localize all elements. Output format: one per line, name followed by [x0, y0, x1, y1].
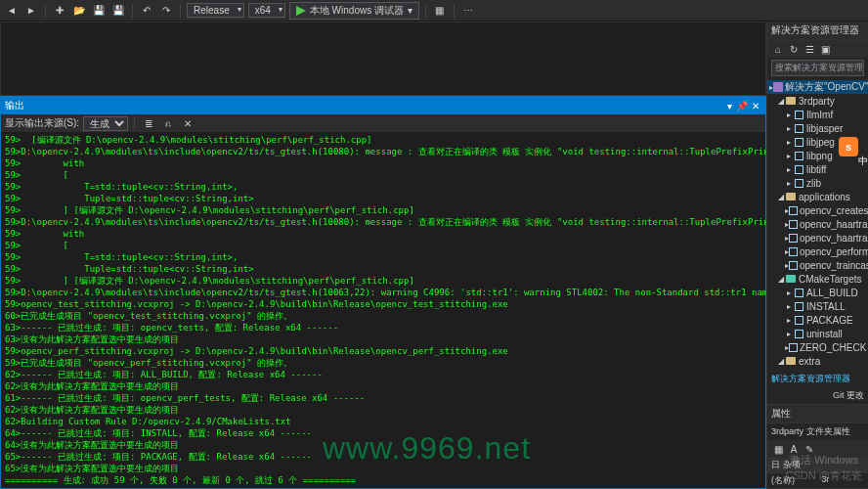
tree-item[interactable]: ▸opencv_traincascad: [767, 258, 868, 272]
sync-icon[interactable]: ↻: [787, 42, 801, 56]
output-tool-2[interactable]: ⎌: [160, 115, 176, 131]
tree-item[interactable]: ▸解决方案"OpenCV"(65 个: [767, 80, 868, 94]
tree-item[interactable]: ▸libjasper: [767, 121, 868, 135]
nav-fwd-icon[interactable]: ►: [23, 3, 39, 19]
tree-item[interactable]: ▸opencv_haartraining: [767, 217, 868, 231]
watermark-url: www.9969.net: [323, 430, 531, 467]
tree-item[interactable]: ▸ALL_BUILD: [767, 286, 868, 299]
prop-cat-icon[interactable]: ▦: [771, 442, 785, 456]
undo-icon[interactable]: ↶: [139, 3, 154, 19]
properties-title: 属性: [767, 405, 868, 423]
properties-object: 3rdparty 文件夹属性: [767, 423, 868, 440]
watermark-csdn: CSDN @青花瓷: [786, 468, 862, 483]
save-all-icon[interactable]: 💾: [110, 3, 126, 19]
tree-item[interactable]: ◢CMakeTargets: [767, 272, 868, 286]
pin-icon[interactable]: 📌: [736, 101, 748, 111]
new-icon[interactable]: ✚: [52, 3, 67, 19]
tree-item[interactable]: ▸opencv_haartraining: [767, 231, 868, 244]
tree-item[interactable]: ▸IlmImf: [767, 108, 868, 121]
tool-icon[interactable]: ☰: [803, 42, 816, 56]
tree-item[interactable]: ◢3rdparty: [767, 94, 868, 108]
output-source-select[interactable]: 生成: [83, 116, 128, 131]
ime-badge[interactable]: s: [839, 137, 858, 156]
output-source-label: 显示输出来源(S):: [5, 116, 79, 130]
solution-explorer-tools: ⌂ ↻ ☰ ▣: [767, 40, 868, 58]
nav-back-icon[interactable]: ◄: [4, 3, 20, 19]
open-icon[interactable]: 📂: [71, 3, 87, 19]
svg-rect-0: [773, 82, 783, 92]
tree-item[interactable]: ▸uninstall: [767, 327, 868, 340]
home-icon[interactable]: ⌂: [771, 42, 785, 56]
solution-tree[interactable]: ▸解决方案"OpenCV"(65 个◢3rdparty▸IlmImf▸libja…: [767, 78, 868, 371]
ime-badge-txt: 中: [858, 155, 868, 168]
editor-area: [0, 22, 766, 96]
tree-item[interactable]: ▸zlib: [767, 176, 868, 190]
dropdown-icon[interactable]: ▾: [727, 101, 732, 111]
output-titlebar[interactable]: 输出 ▾ 📌 ✕: [1, 97, 765, 114]
solution-explorer-title: 解决方案资源管理器: [767, 22, 868, 40]
output-toolbar: 显示输出来源(S): 生成 ≣ ⎌ ✕: [1, 114, 765, 132]
git-changes-link[interactable]: Git 更改: [767, 387, 868, 404]
tree-item[interactable]: ◢extra: [767, 354, 868, 368]
tree-item[interactable]: ▸opencv_createsamples: [767, 203, 868, 217]
tree-item[interactable]: ▸opencv_performanc: [767, 244, 868, 258]
tree-item[interactable]: ▸libtiff: [767, 162, 868, 176]
tool-icon-1[interactable]: ▦: [432, 3, 448, 19]
close-icon[interactable]: ✕: [752, 101, 760, 111]
platform-dropdown[interactable]: x64: [248, 3, 285, 18]
solution-explorer: 解决方案资源管理器 ⌂ ↻ ☰ ▣ 搜索解决方案资源管理器(Ctrl+;) ▸解…: [766, 22, 868, 489]
tree-item[interactable]: ▸ZERO_CHECK: [767, 340, 868, 354]
output-tool-3[interactable]: ✕: [180, 115, 195, 131]
redo-icon[interactable]: ↷: [158, 3, 174, 19]
collapse-icon[interactable]: ▣: [818, 42, 832, 56]
debug-label: 本地 Windows 调试器: [310, 4, 404, 18]
save-icon[interactable]: 💾: [91, 3, 107, 19]
main-toolbar: ◄ ► ✚ 📂 💾 💾 ↶ ↷ Release x64 本地 Windows 调…: [0, 0, 868, 22]
watermark-activate: 激活 Windows: [790, 453, 858, 467]
tree-item[interactable]: ▸INSTALL: [767, 299, 868, 313]
output-tool-1[interactable]: ≣: [141, 115, 156, 131]
tree-item[interactable]: ◢applications: [767, 190, 868, 203]
output-title-text: 输出: [5, 99, 24, 112]
play-icon: [296, 6, 306, 16]
config-dropdown[interactable]: Release: [187, 3, 244, 18]
tool-icon-2[interactable]: ⋯: [460, 3, 476, 19]
debug-button[interactable]: 本地 Windows 调试器 ▾: [289, 2, 419, 20]
tree-item[interactable]: ▸PACKAGE: [767, 313, 868, 327]
solution-link[interactable]: 解决方案资源管理器: [767, 371, 868, 387]
solution-search[interactable]: 搜索解决方案资源管理器(Ctrl+;): [771, 60, 864, 76]
